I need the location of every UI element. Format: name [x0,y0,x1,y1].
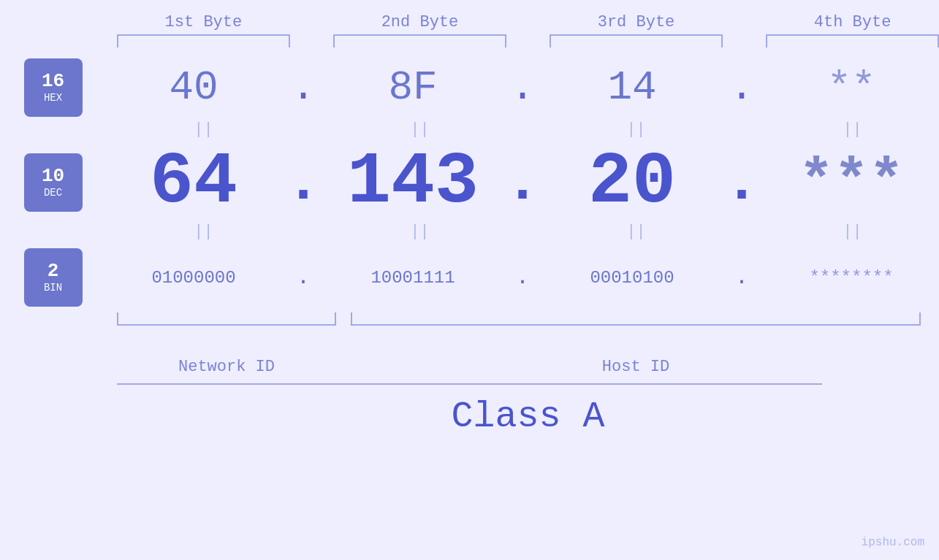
bin-val-4: ******** [764,268,939,288]
id-labels-row: Network ID Host ID [0,358,939,376]
hex-dot-2: . [501,64,544,111]
bin-val-2: 10001111 [325,268,501,288]
eq2-4: || [766,223,939,241]
hex-val-1: 40 [106,64,281,111]
bin-badge-label: BIN [44,282,62,294]
eq2-3: || [550,223,723,241]
dec-badge: 10 DEC [24,153,83,212]
dec-badge-label: DEC [44,187,62,199]
bin-row: 2 BIN 01000000 . 10001111 . 00010100 . *… [0,248,939,307]
eq1-1: || [117,120,290,139]
bin-badge: 2 BIN [24,248,83,307]
main-page: 1st Byte 2nd Byte 3rd Byte 4th Byte 16 H… [0,0,939,560]
class-label: Class A [451,396,604,437]
eq2-2: || [333,223,506,241]
hex-badge: 16 HEX [24,58,83,117]
full-width-bracket [117,383,822,385]
eq1-2: || [333,120,506,139]
byte-label-4: 4th Byte [766,13,939,31]
dec-row: 10 DEC 64 . 143 . 20 . *** [0,146,939,219]
byte-label-3: 3rd Byte [550,13,723,31]
network-id-label: Network ID [117,358,336,376]
byte-label-2: 2nd Byte [333,13,506,31]
bracket-3 [550,34,723,47]
equals-row-1: || || || || [0,117,939,142]
bin-dot-1: . [281,265,325,290]
hex-badge-label: HEX [44,92,62,104]
dec-val-4: *** [764,153,939,212]
dec-dot-1: . [281,150,325,216]
watermark: ipshu.com [862,536,924,549]
bin-badge-number: 2 [47,261,59,280]
dec-val-1: 64 [106,146,281,219]
network-id-bracket [117,312,336,326]
hex-val-2: 8F [325,64,501,111]
host-id-bracket [351,312,921,326]
hex-row: 16 HEX 40 . 8F . 14 . ** [0,58,939,117]
byte-labels-row: 1st Byte 2nd Byte 3rd Byte 4th Byte [0,0,939,31]
eq1-4: || [766,120,939,139]
eq2-1: || [117,223,290,241]
hex-val-3: 14 [544,64,720,111]
bin-dot-2: . [501,265,544,290]
bin-dot-3: . [720,265,764,290]
bracket-1 [117,34,290,47]
host-id-label: Host ID [351,358,921,376]
top-brackets-row [0,34,939,47]
hex-badge-number: 16 [42,72,64,91]
eq1-3: || [550,120,723,139]
hex-dot-1: . [281,64,325,111]
hex-dot-3: . [720,64,764,111]
equals-row-2: || || || || [0,219,939,245]
bracket-2 [333,34,506,47]
dec-val-3: 20 [544,146,720,219]
dec-badge-number: 10 [42,166,64,185]
bin-val-3: 00010100 [544,268,720,288]
class-label-row: Class A [117,396,939,437]
bin-val-1: 01000000 [106,268,281,288]
dec-val-2: 143 [325,146,501,219]
dec-dot-2: . [501,150,544,216]
byte-label-1: 1st Byte [117,13,290,31]
dec-dot-3: . [720,150,764,216]
bracket-4 [766,34,939,47]
hex-val-4: ** [764,64,939,111]
bottom-brackets-section [0,312,939,356]
